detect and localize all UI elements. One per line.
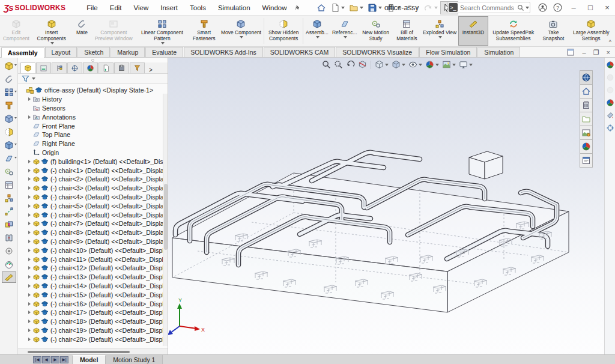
- tree-item[interactable]: (-) chair<20> (Default) <<Default>_Displ…: [18, 335, 168, 344]
- tree-item[interactable]: (-) chair<16> (Default) <<Default>_Displ…: [18, 299, 168, 308]
- tab-layout[interactable]: Layout: [45, 47, 77, 57]
- tree-expander-icon[interactable]: [26, 160, 32, 163]
- ribbon-bom-button[interactable]: Bill of Materials: [392, 16, 421, 46]
- tree-item-root[interactable]: office-assy (Default) <Display State-1>: [18, 86, 168, 95]
- panel-tabs-overflow-chevron[interactable]: >: [149, 67, 153, 73]
- filter-funnel-icon[interactable]: [22, 75, 29, 82]
- reference-geometry-shortcut[interactable]: [2, 153, 16, 164]
- shortcut-caret[interactable]: [14, 91, 17, 93]
- file-explorer-tab[interactable]: [580, 112, 593, 126]
- tree-expander-icon[interactable]: [26, 97, 32, 101]
- menu-tools[interactable]: Tools: [184, 2, 211, 13]
- search-commands-box[interactable]: >_: [447, 2, 530, 13]
- tree-expander-icon[interactable]: [26, 249, 32, 252]
- tree-expander-icon[interactable]: [26, 275, 32, 279]
- clearance-verification-shortcut[interactable]: [2, 232, 16, 243]
- doc-restore-button[interactable]: ❐: [593, 49, 599, 56]
- search-input[interactable]: [458, 4, 517, 11]
- smart-fasteners-shortcut[interactable]: [2, 100, 16, 111]
- tab-evaluate[interactable]: Evaluate: [145, 47, 183, 57]
- explode-line-sketch-shortcut[interactable]: [2, 205, 16, 217]
- ribbon-motion-study-button[interactable]: New Motion Study: [359, 16, 393, 46]
- home-button[interactable]: [315, 1, 328, 14]
- minimize-button[interactable]: –: [568, 3, 579, 12]
- tree-expander-icon[interactable]: [26, 338, 32, 341]
- new-document-caret[interactable]: [341, 7, 345, 9]
- tree-item[interactable]: (-) chair<3> (Default) <<Default>_Displa…: [18, 184, 168, 193]
- appearances-scenes-tab[interactable]: [580, 139, 593, 154]
- ribbon-exploded-view-button[interactable]: Exploded View: [421, 16, 458, 46]
- menu-file[interactable]: File: [81, 2, 103, 13]
- mate-shortcut[interactable]: [2, 73, 16, 85]
- ribbon-dropdown-caret[interactable]: [438, 36, 442, 38]
- tree-item[interactable]: Sensors: [18, 104, 168, 113]
- tree-item[interactable]: (-) chair<17> (Default) <<Default>_Displ…: [18, 308, 168, 317]
- design-library-tab[interactable]: [580, 98, 593, 112]
- tree-vertical-scrollbar[interactable]: [163, 94, 168, 346]
- 3d-content-globe-tab[interactable]: [580, 70, 593, 85]
- tree-item[interactable]: (-) chair<18> (Default) <<Default>_Displ…: [18, 317, 168, 326]
- ribbon-reference-geometry-button[interactable]: Referenc...: [330, 16, 359, 46]
- panel-cam-feature-tree-tab[interactable]: [98, 62, 114, 73]
- ribbon-dropdown-caret[interactable]: [240, 36, 243, 38]
- exploded-view-shortcut[interactable]: [2, 192, 16, 204]
- tree-expander-icon[interactable]: [26, 169, 32, 172]
- tree-expander-icon[interactable]: [26, 302, 32, 306]
- tree-expander-icon[interactable]: [26, 284, 32, 288]
- open-button[interactable]: [347, 1, 365, 14]
- panel-tolerance-tab[interactable]: [130, 62, 145, 73]
- shortcut-caret[interactable]: [14, 144, 17, 145]
- panel-grab-handle[interactable]: [18, 58, 168, 62]
- tab-assembly[interactable]: Assembly: [1, 47, 44, 58]
- tree-item[interactable]: AAnnotations: [18, 112, 168, 121]
- shortcut-caret[interactable]: [14, 117, 17, 119]
- ribbon-instant3d-button[interactable]: Instant3D: [458, 16, 488, 46]
- panel-display-manager-tab[interactable]: [83, 62, 98, 73]
- shortcut-caret[interactable]: [14, 64, 17, 66]
- doc-close-button[interactable]: ×: [607, 49, 610, 56]
- tree-expander-icon[interactable]: [26, 195, 32, 199]
- ribbon-linear-pattern-button[interactable]: Linear Component Pattern: [135, 16, 189, 46]
- tree-item[interactable]: (-) chair<5> (Default) <<Default>_Displa…: [18, 201, 168, 210]
- menu-insert[interactable]: Insert: [155, 2, 183, 13]
- tab-simulation[interactable]: Simulation: [477, 47, 520, 57]
- assembly-features-shortcut[interactable]: [2, 139, 16, 151]
- tab-markup[interactable]: Markup: [111, 47, 145, 57]
- ribbon-speedpak-button[interactable]: Update SpeedPak Subassemblies: [488, 16, 539, 46]
- tree-expander-icon[interactable]: [26, 266, 32, 270]
- bom-shortcut[interactable]: [2, 179, 16, 190]
- tree-horizontal-scrollbar[interactable]: [18, 348, 168, 354]
- user-icon[interactable]: [538, 3, 547, 12]
- move-component-shortcut[interactable]: [2, 113, 16, 124]
- pin-icon[interactable]: [294, 4, 300, 11]
- ribbon-insert-components-button[interactable]: Insert Components: [31, 16, 72, 46]
- linear-pattern-shortcut[interactable]: [2, 86, 16, 98]
- tree-item[interactable]: (-) chair<7> (Default) <<Default>_Displa…: [18, 219, 168, 228]
- tree-item[interactable]: (-) chair<6> (Default) <<Default>_Displa…: [18, 210, 168, 219]
- menu-edit[interactable]: Edit: [105, 2, 127, 13]
- ribbon-move-component-button[interactable]: Move Component: [219, 16, 264, 46]
- next-tab-button[interactable]: ▶: [51, 356, 59, 363]
- redo-caret[interactable]: [434, 7, 438, 9]
- panel-dimxpert-tab[interactable]: [67, 62, 82, 73]
- tree-expander-icon[interactable]: [26, 240, 32, 243]
- home-tab[interactable]: [580, 84, 593, 99]
- ribbon-mate-button[interactable]: Mate: [72, 16, 92, 46]
- graphics-viewport[interactable]: Y X Z: [168, 58, 604, 354]
- tree-expander-icon[interactable]: [26, 222, 32, 225]
- new-document-button[interactable]: [329, 1, 347, 14]
- crosshair-target-button[interactable]: [605, 123, 615, 133]
- tab-solidworks-cam[interactable]: SOLIDWORKS CAM: [264, 47, 335, 57]
- panel-featuremanager-tree-tab[interactable]: [20, 62, 35, 73]
- tab-sketch[interactable]: Sketch: [77, 47, 110, 57]
- panel-configuration-manager-tab[interactable]: [52, 62, 67, 73]
- tree-item[interactable]: (-) chair<4> (Default) <<Default>_Displa…: [18, 193, 168, 202]
- tab-model[interactable]: Model: [72, 355, 106, 364]
- tree-expander-icon[interactable]: [26, 258, 32, 261]
- tree-item[interactable]: Top Plane: [18, 130, 168, 139]
- tab-motion-study-1[interactable]: Motion Study 1: [106, 355, 163, 364]
- ribbon-smart-fasteners-button[interactable]: Smart Fasteners: [189, 16, 219, 46]
- tree-expander-icon[interactable]: [26, 329, 32, 332]
- close-button[interactable]: ×: [602, 3, 613, 12]
- appearance-ball-button[interactable]: [605, 98, 615, 108]
